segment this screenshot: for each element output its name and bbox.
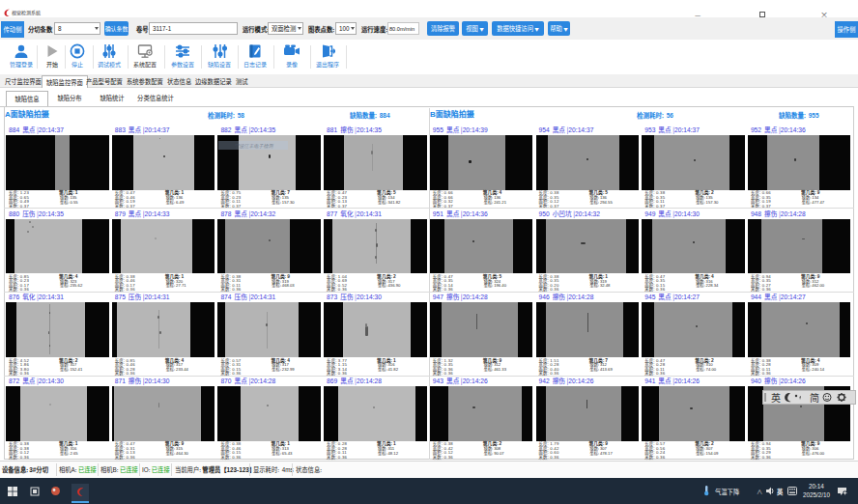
- svg-text:简: 简: [810, 391, 819, 404]
- svg-text:英: 英: [771, 391, 781, 404]
